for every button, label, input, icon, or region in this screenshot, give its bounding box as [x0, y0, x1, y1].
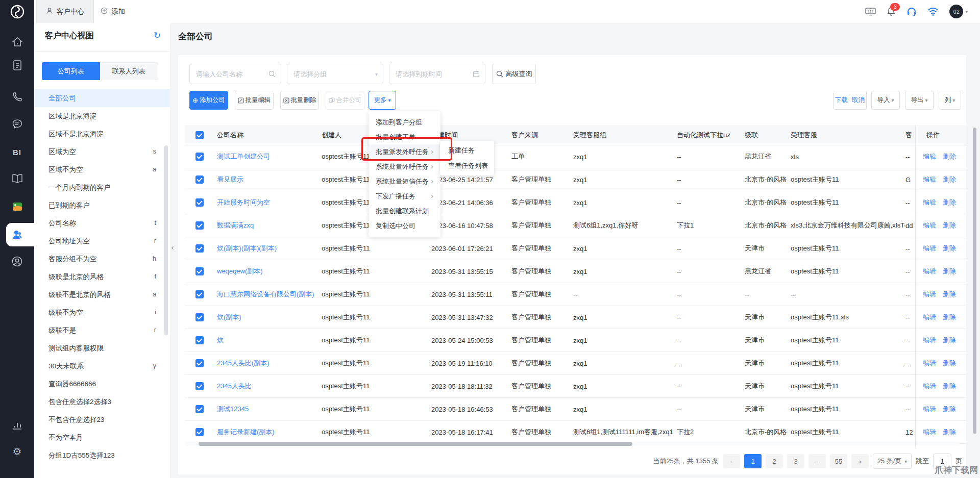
vertical-scrollbar[interactable] [973, 128, 976, 434]
row-select-cell[interactable] [185, 421, 214, 443]
delete-link[interactable]: 删除 [943, 313, 956, 322]
company-name-input[interactable] [190, 70, 268, 78]
row-checkbox[interactable] [195, 175, 204, 184]
menu-item[interactable]: 下发广播任务› [369, 189, 440, 204]
horizontal-scrollbar[interactable] [199, 442, 632, 446]
edit-link[interactable]: 编辑 [923, 359, 936, 368]
menu-item[interactable]: 系统批量外呼任务› [369, 159, 440, 174]
brand-logo-icon[interactable] [0, 0, 34, 23]
row-checkbox[interactable] [195, 221, 204, 230]
page-number-1[interactable]: 1 [744, 454, 762, 468]
edit-link[interactable]: 编辑 [923, 336, 936, 345]
view-list-item[interactable]: 区域是北京海淀 [34, 107, 170, 125]
menu-item[interactable]: 批量派发外呼任务› [369, 144, 440, 159]
user-avatar[interactable]: 02 ▾ [949, 5, 968, 18]
delete-link[interactable]: 删除 [943, 427, 956, 437]
delete-link[interactable]: 删除 [943, 405, 956, 414]
submenu-item[interactable]: 查看任务列表 [440, 158, 494, 173]
row-select-cell[interactable] [185, 352, 214, 374]
download-cancel-button[interactable]: 下载 取消 [833, 91, 867, 110]
select-all-checkbox[interactable] [195, 131, 204, 139]
submenu-item[interactable]: 新建任务 [440, 143, 494, 158]
next-page-button[interactable]: › [851, 454, 869, 468]
row-select-cell[interactable] [185, 237, 214, 260]
row-select-cell[interactable] [185, 329, 214, 351]
view-list-item[interactable]: 公司地址为空r [34, 232, 170, 250]
view-list-item[interactable]: 不包含任意选择23 [34, 411, 170, 429]
tab-customer-center[interactable]: 客户中心 [36, 0, 94, 23]
rail-item-book[interactable] [0, 167, 34, 190]
row-select-cell[interactable] [185, 214, 214, 237]
row-select-cell[interactable] [185, 168, 214, 191]
rail-item-orders[interactable] [0, 54, 34, 77]
row-select-cell[interactable] [185, 306, 214, 329]
delete-link[interactable]: 删除 [943, 152, 956, 161]
rail-item-service[interactable] [0, 249, 34, 273]
view-list-item[interactable]: 级联不是北京的风格a [34, 286, 170, 304]
edit-link[interactable]: 编辑 [923, 198, 936, 207]
add-company-button[interactable]: ⊕ 添加公司 [189, 91, 228, 110]
row-select-cell[interactable] [185, 283, 214, 306]
export-button[interactable]: 导出▾ [905, 91, 934, 110]
cell-name[interactable]: weqeqew(副本) [214, 260, 316, 283]
row-checkbox[interactable] [195, 244, 204, 253]
menu-item[interactable]: 添加到客户分组 [369, 115, 440, 130]
view-list-item[interactable]: 区域为空s [34, 143, 170, 161]
edit-link[interactable]: 编辑 [923, 405, 936, 414]
row-select-cell[interactable] [185, 260, 214, 283]
view-list-item[interactable]: 一个月内到期的客户 [34, 179, 170, 196]
row-checkbox[interactable] [195, 405, 204, 413]
menu-item[interactable]: 复制选中公司 [369, 218, 440, 233]
page-size-select[interactable]: 25 条/页 ▾ [873, 454, 912, 469]
batch-delete-button[interactable]: 批量删除 [280, 91, 319, 110]
cell-name[interactable]: 测试12345 [214, 398, 316, 420]
cell-name[interactable]: 看见展示 [214, 168, 316, 191]
row-checkbox[interactable] [195, 198, 204, 207]
page-number-3[interactable]: 3 [787, 454, 804, 468]
delete-link[interactable]: 删除 [943, 175, 956, 184]
cell-name[interactable]: 炊(副本)(副本)(副本) [214, 237, 316, 260]
page-number-2[interactable]: 2 [766, 454, 783, 468]
wifi-icon[interactable] [927, 7, 939, 16]
view-list-item[interactable]: 分组1D古555选择123 [34, 446, 170, 464]
cell-name[interactable]: 数据满满zxq [214, 214, 316, 237]
rail-item-customers[interactable] [0, 223, 34, 246]
dialpad-icon[interactable] [865, 8, 876, 16]
view-list-item[interactable]: 客服分组不为空h [34, 250, 170, 268]
rail-item-chat[interactable] [0, 112, 34, 136]
refresh-icon[interactable]: ↻ [154, 30, 161, 41]
rail-item-bi[interactable]: BI [0, 140, 34, 164]
view-list-item[interactable]: 测试组内客服权限 [34, 339, 170, 357]
cell-name[interactable]: 炊(副本) [214, 306, 316, 329]
cell-name[interactable]: 服务记录新建(副本) [214, 421, 316, 443]
view-list-item[interactable]: 不为空本月 [34, 429, 170, 446]
delete-link[interactable]: 删除 [943, 290, 956, 299]
edit-link[interactable]: 编辑 [923, 427, 936, 437]
batch-edit-button[interactable]: 批量编辑 [235, 91, 274, 110]
row-checkbox[interactable] [195, 313, 204, 321]
cell-name[interactable]: 炊 [214, 329, 316, 351]
cell-name[interactable]: 2345人头比(副本) [214, 352, 316, 374]
delete-link[interactable]: 删除 [943, 244, 956, 253]
bell-icon[interactable]: 3 [887, 7, 896, 16]
tab-add[interactable]: 添加 [91, 0, 134, 23]
view-list-item[interactable]: 已到期的客户 [34, 196, 170, 214]
view-list-item[interactable]: 公司名称t [34, 214, 170, 232]
delete-link[interactable]: 删除 [943, 198, 956, 207]
merge-company-button[interactable]: 合并公司 [326, 91, 364, 110]
delete-link[interactable]: 删除 [943, 267, 956, 276]
edit-link[interactable]: 编辑 [923, 290, 936, 299]
cell-name[interactable]: 开始服务时间为空 [214, 191, 316, 214]
row-checkbox[interactable] [195, 382, 204, 390]
tab-company-list[interactable]: 公司列表 [42, 62, 100, 80]
delete-link[interactable]: 删除 [943, 382, 956, 391]
row-checkbox[interactable] [195, 153, 204, 161]
edit-link[interactable]: 编辑 [923, 382, 936, 391]
row-select-cell[interactable] [185, 375, 214, 397]
row-select-cell[interactable] [185, 398, 214, 420]
view-list-item[interactable]: 级联是北京的风格f [34, 268, 170, 286]
import-button[interactable]: 导入▾ [871, 91, 900, 110]
cell-name[interactable]: 海口慧尔网络设备有限公司(副本) [214, 283, 316, 306]
view-list-item[interactable]: 30天未联系y [34, 357, 170, 375]
delete-link[interactable]: 删除 [943, 359, 956, 368]
